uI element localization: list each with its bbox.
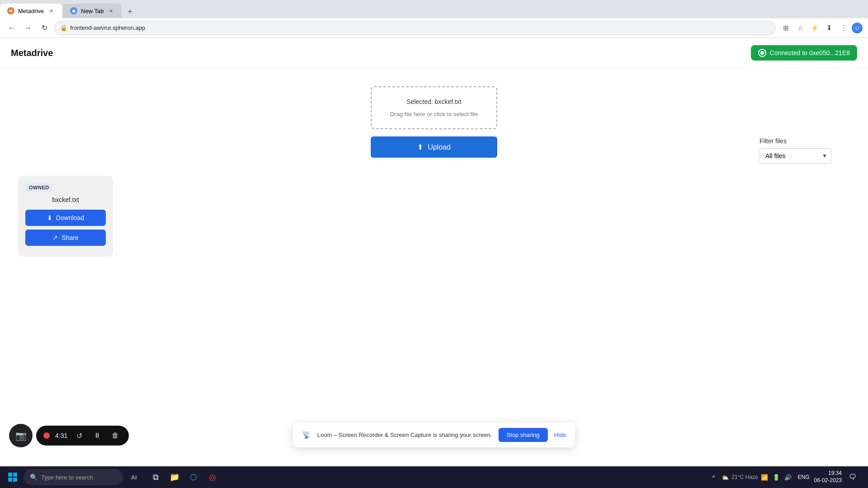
tab-label-metadrive: Metadrive [18,8,44,14]
tab-metadrive[interactable]: M Metadrive ✕ [0,4,62,18]
selected-file-text: Selected: bxckef.txt [386,98,482,105]
tab-label-new: New Tab [81,8,104,14]
volume-icon[interactable]: 🔊 [783,472,793,483]
battery-icon[interactable]: 🔋 [771,472,782,483]
hide-link[interactable]: Hide [554,432,566,438]
taskbar-search-placeholder: Type here to search [41,474,93,481]
taskview-button[interactable]: ⧉ [146,468,165,486]
screen-share-bar: 📡 Loom – Screen Recorder & Screen Captur… [293,422,575,447]
notification-button[interactable]: 🗨 [844,469,861,485]
chrome-icon[interactable]: ◎ [203,468,222,486]
nav-icons: ⊞ ☆ ⚡ ⬇ ⋮ U [779,22,863,34]
filter-wrapper: All files Owned Shared ▼ [760,148,832,164]
camera-button[interactable]: 📷 [9,424,33,447]
tab-bar: M Metadrive ✕ ⊕ New Tab ✕ + [0,0,868,18]
recording-controls: 📷 4:31 ↺ ⏸ 🗑 [9,424,129,447]
language-indicator: ENG [796,474,811,480]
file-card: OWNED bxckef.txt ⬇ Download ↗ Share [18,176,113,257]
stop-sharing-button[interactable]: Stop sharing [498,428,547,442]
download-button[interactable]: ⬇ Download [25,210,106,226]
delete-button[interactable]: 🗑 [109,429,122,442]
share-icon: ↗ [52,234,58,241]
extension-icon[interactable]: ⚡ [808,22,821,34]
start-button[interactable] [4,468,22,486]
upload-section: Selected: bxckef.txt Drag file here or c… [0,68,868,167]
page-content: Metadrive Connected to 0xe050...21E8 Sel… [0,38,868,488]
tab-favicon-metadrive: M [7,7,14,14]
browser-chrome: M Metadrive ✕ ⊕ New Tab ✕ + ← → ↻ 🔒 fron… [0,0,868,38]
file-name: bxckef.txt [25,196,106,203]
forward-button[interactable]: → [22,22,34,34]
filter-label: Filter files [760,137,832,145]
app-header: Metadrive Connected to 0xe050...21E8 [0,38,868,68]
screen-share-message: Loom – Screen Recorder & Screen Capture … [317,432,492,438]
system-icons: ^ ⛅ 21°C Haze 📶 🔋 🔊 [708,472,793,483]
filter-section: Filter files All files Owned Shared ▼ [760,137,832,164]
pause-button[interactable]: ⏸ [91,429,104,442]
undo-button[interactable]: ↺ [73,429,85,442]
network-icon[interactable]: 📶 [759,472,770,483]
profile-avatar[interactable]: U [852,23,863,33]
recording-dot-icon [43,432,50,439]
upload-icon: ⬆ [417,143,423,151]
tab-favicon-new: ⊕ [70,7,77,14]
screen-share-icon: 📡 [302,431,311,439]
bookmark-icon[interactable]: ☆ [794,22,807,34]
download-nav-icon[interactable]: ⬇ [823,22,835,34]
taskbar-search[interactable]: 🔍 Type here to search [24,469,123,485]
taskbar-pinned-icons: ⧉ 📁 ⬡ ◎ [146,468,222,486]
reload-button[interactable]: ↻ [38,22,51,34]
back-button[interactable]: ← [5,22,18,34]
tab-close-metadrive[interactable]: ✕ [47,7,55,14]
share-label: Share [61,234,78,241]
recording-bar: 4:31 ↺ ⏸ 🗑 [36,426,129,446]
connected-dot-icon [758,49,766,57]
drop-hint-text: Drag file here or click to select file [386,111,482,117]
new-tab-button[interactable]: + [123,5,136,18]
taskbar-system-area: ^ ⛅ 21°C Haze 📶 🔋 🔊 ENG 19:34 06-02-2023… [708,469,864,485]
weather-icon[interactable]: ⛅ [720,472,731,483]
upload-button-label: Upload [428,143,451,151]
taskbar: 🔍 Type here to search Ai ⧉ 📁 ⬡ ◎ ^ ⛅ 21°… [0,466,868,488]
weather-text: 21°C Haze [731,474,758,480]
url-text: frontend-awvrur.spheron.app [70,24,770,31]
recording-time: 4:31 [55,432,67,439]
edge-icon[interactable]: ⬡ [184,468,203,486]
connected-badge: Connected to 0xe050...21E8 [751,45,857,61]
clock-date: 06-02-2023 [814,477,842,484]
windows-icon [8,473,17,482]
tab-close-new[interactable]: ✕ [107,7,114,14]
owned-badge: OWNED [25,183,53,192]
filter-select[interactable]: All files Owned Shared [760,148,832,164]
taskbar-search-icon: 🔍 [30,474,38,481]
files-section: OWNED bxckef.txt ⬇ Download ↗ Share [0,167,868,266]
connected-label: Connected to 0xe050...21E8 [770,49,850,56]
file-explorer-icon[interactable]: 📁 [165,468,184,486]
app-title: Metadrive [11,48,53,58]
taskbar-clock: 19:34 06-02-2023 [814,470,842,484]
address-bar[interactable]: 🔒 frontend-awvrur.spheron.app [54,21,776,35]
download-icon: ⬇ [47,214,52,221]
tab-new[interactable]: ⊕ New Tab ✕ [63,4,122,18]
drop-zone[interactable]: Selected: bxckef.txt Drag file here or c… [371,86,497,129]
nav-bar: ← → ↻ 🔒 frontend-awvrur.spheron.app ⊞ ☆ … [0,18,868,38]
download-label: Download [56,214,84,221]
ai-button[interactable]: Ai [125,468,143,486]
share-button[interactable]: ↗ Share [25,230,106,246]
upload-button[interactable]: ⬆ Upload [371,136,497,158]
clock-time: 19:34 [814,470,842,477]
chevron-up-icon[interactable]: ^ [708,472,719,483]
more-icon[interactable]: ⋮ [837,22,850,34]
tab-search-icon[interactable]: ⊞ [779,22,792,34]
